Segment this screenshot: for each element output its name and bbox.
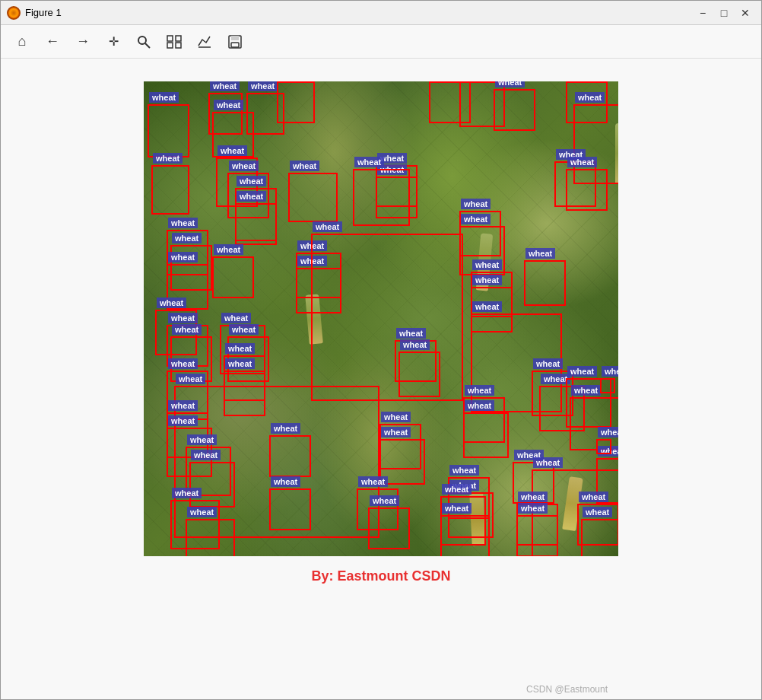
detection-label: wheat — [400, 339, 430, 350]
maximize-button[interactable]: □ — [714, 5, 734, 21]
watermark: CSDN @Eastmount — [526, 684, 608, 695]
detection-label: wheat — [442, 484, 471, 495]
titlebar-left: Figure 1 — [7, 6, 62, 20]
detection-box: wheat — [269, 435, 311, 477]
detection-label: wheat — [271, 423, 300, 434]
detection-label: wheat — [187, 507, 217, 517]
detection-label: wheat — [533, 358, 563, 369]
detection-box: wheat — [566, 169, 608, 211]
save-button[interactable] — [221, 29, 249, 55]
figure-canvas: wheatwheatwheatwheatwheatwheatwheatwheat… — [144, 81, 618, 556]
detection-box: wheat — [596, 439, 611, 454]
detection-label: wheat — [176, 374, 205, 384]
detection-label: wheat — [214, 100, 243, 110]
svg-rect-2 — [167, 36, 173, 41]
detection-box: wheat — [148, 104, 189, 158]
detection-label: wheat — [571, 385, 601, 396]
detection-label: wheat — [518, 503, 548, 514]
toolbar: ⌂ ← → ✛ — [1, 25, 761, 59]
home-button[interactable]: ⌂ — [8, 29, 36, 55]
detection-label: wheat — [157, 298, 186, 308]
detection-label: wheat — [187, 434, 217, 445]
detection-label: wheat — [172, 324, 202, 335]
detection-label: wheat — [217, 145, 247, 156]
detection-label: wheat — [214, 244, 243, 255]
detection-box: wheat — [212, 256, 254, 298]
detection-box: wheat — [277, 81, 315, 123]
detection-label: wheat — [358, 476, 388, 487]
detection-label: wheat — [313, 221, 342, 232]
detection-label: wheat — [229, 161, 259, 171]
detection-label: wheat — [237, 176, 266, 186]
svg-rect-5 — [176, 43, 181, 48]
detection-box: wheat — [600, 378, 615, 393]
detection-box: wheat — [463, 412, 509, 458]
detection-label: wheat — [168, 313, 198, 323]
svg-point-0 — [138, 37, 146, 44]
figure-caption: By: Eastmount CSDN — [311, 568, 450, 584]
detection-label: wheat — [149, 92, 179, 103]
back-button[interactable]: ← — [39, 29, 66, 55]
titlebar-controls: − □ ✕ — [693, 5, 755, 21]
detection-label: wheat — [567, 157, 597, 167]
detection-label: wheat — [168, 252, 198, 262]
detection-label: wheat — [518, 492, 548, 502]
detection-label: wheat — [271, 476, 300, 487]
detection-label: wheat — [442, 503, 471, 514]
detection-label: wheat — [472, 259, 502, 270]
detection-label: wheat — [533, 457, 563, 468]
detection-box: wheat — [353, 169, 410, 226]
detection-label: wheat — [583, 507, 612, 517]
detection-label: wheat — [237, 191, 266, 202]
detection-label: wheat — [229, 324, 259, 335]
detection-label: wheat — [168, 415, 198, 426]
customize-button[interactable] — [191, 29, 218, 55]
detection-label: wheat — [381, 412, 411, 422]
detection-label: wheat — [579, 492, 608, 502]
app-icon — [7, 6, 21, 20]
svg-line-1 — [145, 43, 150, 48]
titlebar: Figure 1 − □ ✕ — [1, 1, 761, 25]
detection-label: wheat — [172, 233, 202, 243]
subplots-button[interactable] — [160, 29, 188, 55]
svg-rect-9 — [231, 43, 239, 47]
detection-label: wheat — [602, 366, 618, 377]
detection-box: wheat — [235, 203, 277, 245]
detection-box: wheat — [494, 89, 535, 131]
detection-label: wheat — [396, 328, 426, 339]
detection-label: wheat — [381, 427, 411, 438]
detection-label: wheat — [221, 313, 251, 323]
detection-label: wheat — [191, 450, 221, 460]
svg-rect-8 — [231, 36, 239, 40]
pan-button[interactable]: ✛ — [100, 29, 127, 55]
detection-label: wheat — [225, 343, 255, 354]
detection-box: wheat — [151, 165, 189, 215]
minimize-button[interactable]: − — [693, 5, 713, 21]
forward-button[interactable]: → — [69, 29, 97, 55]
svg-rect-3 — [176, 36, 181, 41]
detection-box: wheat — [368, 508, 410, 549]
detection-label: wheat — [461, 214, 491, 224]
detection-label: wheat — [248, 81, 278, 91]
detection-label: wheat — [472, 301, 502, 312]
detection-box: wheat — [269, 488, 311, 530]
detection-label: wheat — [172, 488, 202, 498]
detection-box: wheat — [516, 515, 558, 556]
detection-label: wheat — [449, 465, 479, 476]
detection-label: wheat — [225, 358, 255, 369]
zoom-button[interactable] — [130, 29, 157, 55]
detection-box: wheat — [186, 519, 235, 556]
main-content: wheatwheatwheatwheatwheatwheatwheatwheat… — [1, 59, 761, 700]
detection-label: wheat — [525, 248, 555, 259]
detection-label: wheat — [472, 275, 502, 285]
detection-label: wheat — [168, 358, 198, 369]
detection-box: wheat — [398, 352, 440, 397]
detection-label: wheat — [465, 385, 494, 396]
svg-rect-4 — [167, 43, 173, 48]
detection-label: wheat — [168, 218, 198, 228]
close-button[interactable]: ✕ — [735, 5, 755, 21]
detection-label: wheat — [370, 495, 399, 506]
detection-label: wheat — [461, 199, 491, 209]
detection-label: wheat — [495, 81, 525, 88]
window-title: Figure 1 — [25, 7, 62, 18]
